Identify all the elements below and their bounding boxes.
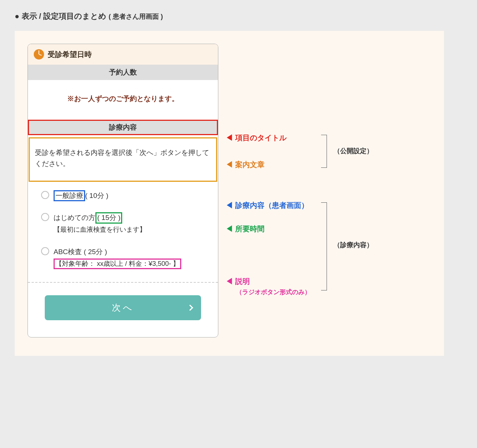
- patient-screen-mockup: 受診希望日時 予約人数 ※お一人ずつのご予約となります。 診療内容 受診を希望さ…: [28, 44, 218, 337]
- anno-desc-main: ◀ 説明: [226, 277, 250, 285]
- bracket-icon: [321, 135, 327, 168]
- option-name: ABC検査: [54, 248, 82, 256]
- option-body: はじめての方( 15分 ) 【最初に血液検査を行います】: [54, 212, 146, 236]
- option-name: はじめての方: [54, 214, 95, 221]
- notice-text: ※お一人ずつのご予約となります。: [67, 95, 179, 102]
- group-label-public: （公開設定）: [334, 147, 373, 155]
- option-row[interactable]: 一般診療( 10分 ): [41, 190, 211, 202]
- clock-icon: [34, 49, 44, 59]
- option-duration: ( 25分 ): [84, 248, 107, 256]
- radio-icon[interactable]: [41, 247, 49, 255]
- page-heading-main: 表示 / 設定項目のまとめ: [22, 12, 107, 20]
- option-body: 一般診療( 10分 ): [54, 190, 108, 202]
- page-heading-sub: ( 患者さん用画面 ): [109, 13, 163, 20]
- bracket-icon: [321, 202, 327, 290]
- option-duration: ( 10分 ): [85, 192, 108, 199]
- radio-icon[interactable]: [41, 191, 49, 199]
- next-button[interactable]: 次へ: [45, 295, 201, 320]
- treatment-options: 一般診療( 10分 ) はじめての方( 15分 ) 【最初に血液検査を行います】…: [28, 182, 218, 283]
- anno-guide-text: ◀ 案内文章: [226, 160, 265, 170]
- option-detail: 【最初に血液検査を行います】: [54, 226, 146, 233]
- option-row[interactable]: ABC検査 ( 25分 ) 【対象年齢： xx歳以上 / 料金：¥3,500- …: [41, 246, 211, 270]
- anno-desc-sub: （ラジオボタン形式のみ）: [236, 288, 311, 296]
- anno-duration: ◀ 所要時間: [226, 224, 265, 234]
- button-area: 次へ: [28, 283, 218, 337]
- next-button-label: 次へ: [112, 302, 134, 314]
- option-duration: ( 15分 ): [95, 212, 122, 224]
- option-row[interactable]: はじめての方( 15分 ) 【最初に血液検査を行います】: [41, 212, 211, 236]
- mockup-header: 受診希望日時: [28, 44, 218, 65]
- diagram-canvas: 受診希望日時 予約人数 ※お一人ずつのご予約となります。 診療内容 受診を希望さ…: [15, 31, 444, 356]
- anno-description: ◀ 説明 （ラジオボタン形式のみ）: [226, 277, 311, 296]
- page-heading: 表示 / 設定項目のまとめ ( 患者さん用画面 ): [15, 11, 462, 21]
- section-title-bar: 診療内容: [28, 120, 218, 135]
- radio-icon[interactable]: [41, 213, 49, 221]
- option-name: 一般診療: [54, 190, 85, 202]
- chevron-right-icon: [187, 305, 193, 311]
- anno-section-title: ◀ 項目のタイトル: [226, 133, 287, 143]
- option-body: ABC検査 ( 25分 ) 【対象年齢： xx歳以上 / 料金：¥3,500- …: [54, 246, 181, 270]
- option-detail: 【対象年齢： xx歳以上 / 料金：¥3,500- 】: [54, 259, 181, 269]
- guide-text-box: 受診を希望される内容を選択後「次へ」ボタンを押してください。: [29, 137, 217, 182]
- group-label-contents: （診療内容）: [334, 241, 373, 249]
- reservation-count-bar: 予約人数: [28, 65, 218, 80]
- anno-content-name: ◀ 診療内容（患者画面）: [226, 200, 309, 210]
- mockup-header-title: 受診希望日時: [48, 50, 92, 59]
- notice-area: ※お一人ずつのご予約となります。: [28, 80, 218, 120]
